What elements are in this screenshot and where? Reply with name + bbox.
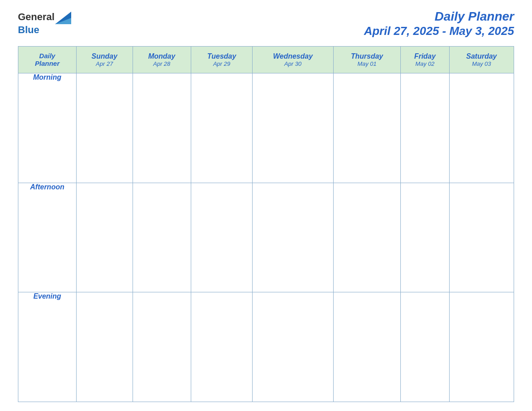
afternoon-friday[interactable] (401, 183, 449, 292)
morning-monday[interactable] (133, 73, 191, 183)
logo-text: General Blue (18, 11, 71, 35)
header: General Blue Daily Planner April 27, 202… (18, 9, 514, 38)
col-header-thursday: Thursday May 01 (333, 46, 401, 73)
afternoon-tuesday[interactable] (191, 183, 253, 292)
afternoon-row: Afternoon (18, 183, 514, 292)
col-header-sunday: Sunday Apr 27 (77, 46, 133, 73)
col-header-monday: Monday Apr 28 (133, 46, 191, 73)
evening-friday[interactable] (401, 292, 449, 402)
planner-table: Daily Planner Sunday Apr 27 Monday Apr 2… (18, 46, 514, 402)
afternoon-sunday[interactable] (77, 183, 133, 292)
col-header-saturday: Saturday May 03 (449, 46, 514, 73)
evening-saturday[interactable] (449, 292, 514, 402)
page: General Blue Daily Planner April 27, 202… (0, 0, 532, 411)
col-header-friday: Friday May 02 (401, 46, 449, 73)
morning-saturday[interactable] (449, 73, 514, 183)
evening-tuesday[interactable] (191, 292, 253, 402)
morning-row: Morning (18, 73, 514, 183)
date-range: April 27, 2025 - May 3, 2025 (364, 24, 514, 38)
afternoon-thursday[interactable] (333, 183, 401, 292)
morning-sunday[interactable] (77, 73, 133, 183)
evening-label: Evening (18, 292, 77, 402)
afternoon-wednesday[interactable] (253, 183, 333, 292)
evening-wednesday[interactable] (253, 292, 333, 402)
evening-thursday[interactable] (333, 292, 401, 402)
evening-sunday[interactable] (77, 292, 133, 402)
morning-friday[interactable] (401, 73, 449, 183)
afternoon-monday[interactable] (133, 183, 191, 292)
afternoon-saturday[interactable] (449, 183, 514, 292)
col-header-wednesday: Wednesday Apr 30 (253, 46, 333, 73)
morning-tuesday[interactable] (191, 73, 253, 183)
morning-wednesday[interactable] (253, 73, 333, 183)
corner-header: Daily Planner (18, 46, 77, 73)
title-block: Daily Planner April 27, 2025 - May 3, 20… (364, 9, 514, 38)
logo: General Blue (18, 11, 71, 35)
morning-label: Morning (18, 73, 77, 183)
morning-thursday[interactable] (333, 73, 401, 183)
evening-row: Evening (18, 292, 514, 402)
afternoon-label: Afternoon (18, 183, 77, 292)
col-header-tuesday: Tuesday Apr 29 (191, 46, 253, 73)
evening-monday[interactable] (133, 292, 191, 402)
page-title: Daily Planner (364, 9, 514, 24)
logo-icon (55, 12, 71, 24)
